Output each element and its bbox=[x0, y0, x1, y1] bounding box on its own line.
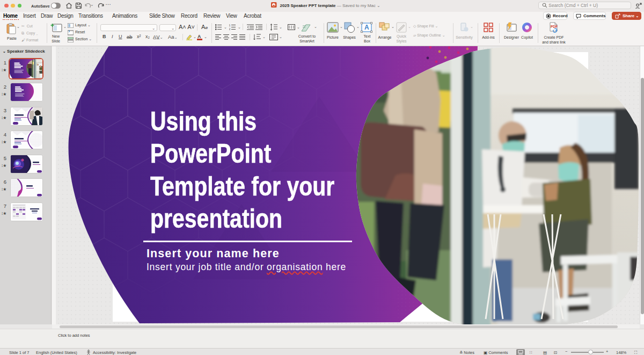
svg-text:PDF: PDF bbox=[551, 25, 558, 28]
svg-text:1: 1 bbox=[229, 24, 231, 27]
svg-text:A: A bbox=[364, 24, 369, 31]
svg-text:2: 2 bbox=[229, 27, 231, 30]
